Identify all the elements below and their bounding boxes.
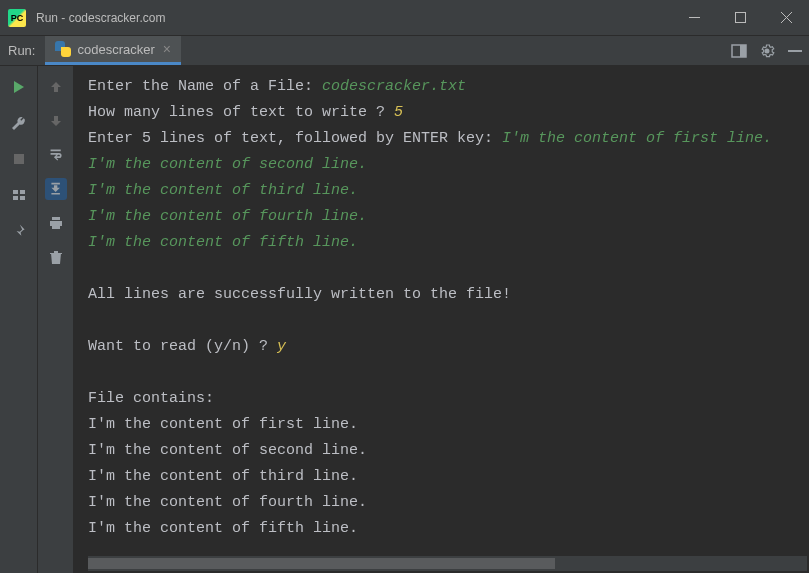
tab-label: codescracker — [77, 42, 154, 57]
svg-rect-10 — [20, 190, 25, 194]
scroll-to-end-icon[interactable] — [45, 178, 67, 200]
svg-rect-1 — [735, 13, 745, 23]
close-button[interactable] — [763, 0, 809, 36]
print-icon[interactable] — [45, 212, 67, 234]
close-tab-icon[interactable]: × — [163, 42, 171, 56]
scrollbar-thumb[interactable] — [88, 558, 555, 569]
title-bar: Run - codescracker.com — [0, 0, 809, 36]
minimize-button[interactable] — [671, 0, 717, 36]
stop-button[interactable] — [8, 148, 30, 170]
window-title: Run - codescracker.com — [36, 11, 165, 25]
layout-button[interactable] — [8, 184, 30, 206]
settings-icon[interactable] — [753, 36, 781, 65]
svg-rect-8 — [14, 154, 24, 164]
svg-rect-9 — [13, 190, 18, 194]
left-action-gutter — [0, 66, 38, 573]
main-panel: Enter the Name of a File: codescracker.t… — [0, 66, 809, 573]
down-arrow-icon[interactable] — [45, 110, 67, 132]
rerun-button[interactable] — [8, 76, 30, 98]
wrench-button[interactable] — [8, 112, 30, 134]
run-tab-codescracker[interactable]: codescracker × — [45, 36, 181, 65]
up-arrow-icon[interactable] — [45, 76, 67, 98]
svg-rect-11 — [13, 196, 18, 200]
svg-rect-6 — [788, 50, 802, 52]
soft-wrap-icon[interactable] — [45, 144, 67, 166]
app-icon — [8, 9, 26, 27]
run-toolbar: Run: codescracker × — [0, 36, 809, 66]
python-file-icon — [55, 41, 71, 57]
secondary-gutter — [38, 66, 74, 573]
pin-button[interactable] — [8, 220, 30, 242]
run-label: Run: — [0, 36, 45, 65]
console-output[interactable]: Enter the Name of a File: codescracker.t… — [74, 66, 809, 556]
svg-rect-12 — [20, 196, 25, 200]
horizontal-scrollbar[interactable] — [88, 556, 807, 571]
trash-icon[interactable] — [45, 246, 67, 268]
hide-panel-icon[interactable] — [781, 36, 809, 65]
svg-rect-5 — [740, 45, 746, 57]
maximize-button[interactable] — [717, 0, 763, 36]
svg-marker-7 — [14, 81, 24, 93]
layout-icon[interactable] — [725, 36, 753, 65]
